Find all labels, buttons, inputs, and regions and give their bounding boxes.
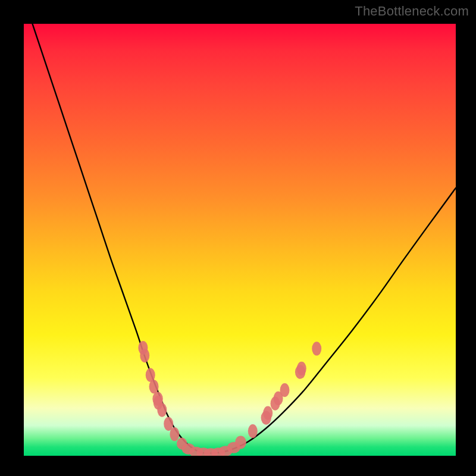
marker-node <box>248 424 258 438</box>
marker-node <box>312 342 321 355</box>
chart-svg <box>24 24 456 456</box>
watermark-label: TheBottleneck.com <box>355 4 469 19</box>
chart-frame: TheBottleneck.com <box>0 0 476 476</box>
marker-layer <box>138 341 321 456</box>
marker-node <box>263 406 273 420</box>
bottleneck-curve <box>33 24 456 453</box>
marker-node <box>157 403 167 416</box>
marker-node <box>297 362 306 375</box>
marker-node <box>170 427 179 441</box>
marker-node <box>235 436 246 449</box>
marker-node <box>280 383 290 397</box>
marker-node <box>140 349 149 362</box>
plot-area <box>24 24 456 456</box>
marker-node <box>149 380 159 393</box>
